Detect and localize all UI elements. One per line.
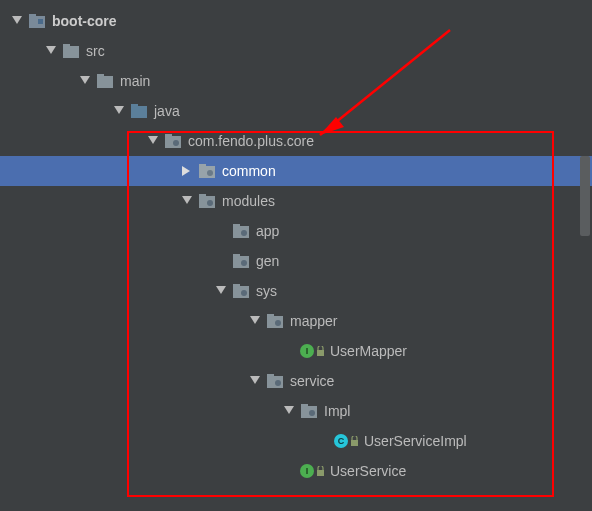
svg-rect-9: [97, 74, 104, 78]
vertical-scrollbar-thumb[interactable]: [580, 156, 590, 236]
svg-marker-0: [12, 16, 22, 24]
svg-rect-48: [351, 440, 358, 446]
tree-row-sys[interactable]: sys: [0, 276, 592, 306]
package-icon: [164, 132, 182, 150]
package-icon: [266, 372, 284, 390]
expand-arrow-icon[interactable]: [78, 74, 92, 88]
tree-label: Impl: [324, 403, 350, 419]
expand-arrow-icon[interactable]: [44, 44, 58, 58]
svg-rect-26: [233, 224, 240, 228]
interface-badge-icon: I: [300, 344, 314, 358]
lock-icon: [316, 466, 326, 476]
tree-row-impl[interactable]: Impl: [0, 396, 592, 426]
svg-marker-17: [182, 166, 190, 176]
svg-rect-46: [301, 404, 308, 408]
package-icon: [232, 282, 250, 300]
tree-row-main[interactable]: main: [0, 66, 592, 96]
class-badge-icon: C: [334, 434, 348, 448]
project-tree: boot-core src main java: [0, 0, 592, 486]
svg-rect-33: [233, 284, 240, 288]
lock-icon: [316, 346, 326, 356]
svg-rect-12: [131, 104, 138, 108]
expand-arrow-icon[interactable]: [146, 134, 160, 148]
expand-arrow-icon[interactable]: [214, 284, 228, 298]
svg-rect-42: [267, 374, 274, 378]
svg-rect-37: [267, 314, 274, 318]
tree-row-src[interactable]: src: [0, 36, 592, 66]
tree-label: com.fendo.plus.core: [188, 133, 314, 149]
tree-row-userservice[interactable]: I UserService: [0, 456, 592, 486]
expand-arrow-icon[interactable]: [112, 104, 126, 118]
tree-row-service[interactable]: service: [0, 366, 592, 396]
svg-marker-35: [250, 316, 260, 324]
svg-marker-31: [216, 286, 226, 294]
tree-row-boot-core[interactable]: boot-core: [0, 6, 592, 36]
svg-rect-49: [317, 470, 324, 476]
expand-arrow-icon[interactable]: [10, 14, 24, 28]
svg-point-24: [207, 200, 213, 206]
tree-row-mapper[interactable]: mapper: [0, 306, 592, 336]
svg-marker-40: [250, 376, 260, 384]
expand-arrow-icon[interactable]: [248, 314, 262, 328]
svg-point-47: [309, 410, 315, 416]
package-icon: [266, 312, 284, 330]
package-icon: [232, 222, 250, 240]
package-icon: [300, 402, 318, 420]
tree-row-package-root[interactable]: com.fendo.plus.core: [0, 126, 592, 156]
svg-marker-4: [46, 46, 56, 54]
svg-point-16: [173, 140, 179, 146]
tree-label: sys: [256, 283, 277, 299]
interface-badge-icon: I: [300, 464, 314, 478]
svg-rect-2: [29, 14, 36, 18]
tree-label: main: [120, 73, 150, 89]
expand-arrow-icon[interactable]: [180, 194, 194, 208]
svg-point-27: [241, 230, 247, 236]
svg-marker-13: [148, 136, 158, 144]
tree-label: service: [290, 373, 334, 389]
svg-point-43: [275, 380, 281, 386]
tree-label: gen: [256, 253, 279, 269]
svg-point-38: [275, 320, 281, 326]
package-icon: [198, 162, 216, 180]
folder-icon: [62, 42, 80, 60]
tree-label: UserService: [330, 463, 406, 479]
tree-label: boot-core: [52, 13, 117, 29]
module-folder-icon: [28, 12, 46, 30]
svg-marker-44: [284, 406, 294, 414]
tree-row-java[interactable]: java: [0, 96, 592, 126]
svg-rect-39: [317, 350, 324, 356]
tree-label: app: [256, 223, 279, 239]
svg-rect-15: [165, 134, 172, 138]
tree-label: java: [154, 103, 180, 119]
svg-rect-23: [199, 194, 206, 198]
svg-point-34: [241, 290, 247, 296]
tree-row-userserviceimpl[interactable]: C UserServiceImpl: [0, 426, 592, 456]
svg-point-20: [207, 170, 213, 176]
source-root-folder-icon: [130, 102, 148, 120]
tree-label: modules: [222, 193, 275, 209]
package-icon: [198, 192, 216, 210]
tree-row-common[interactable]: common: [0, 156, 592, 186]
folder-icon: [96, 72, 114, 90]
svg-rect-19: [199, 164, 206, 168]
expand-arrow-icon[interactable]: [248, 374, 262, 388]
tree-label: mapper: [290, 313, 337, 329]
svg-marker-10: [114, 106, 124, 114]
tree-label: UserServiceImpl: [364, 433, 467, 449]
tree-row-modules[interactable]: modules: [0, 186, 592, 216]
tree-row-usermapper[interactable]: I UserMapper: [0, 336, 592, 366]
svg-rect-29: [233, 254, 240, 258]
collapse-arrow-icon[interactable]: [180, 164, 194, 178]
tree-label: src: [86, 43, 105, 59]
expand-arrow-icon[interactable]: [282, 404, 296, 418]
tree-label: common: [222, 163, 276, 179]
tree-row-app[interactable]: app: [0, 216, 592, 246]
svg-marker-7: [80, 76, 90, 84]
svg-rect-6: [63, 44, 70, 48]
tree-row-gen[interactable]: gen: [0, 246, 592, 276]
svg-point-30: [241, 260, 247, 266]
lock-icon: [350, 436, 360, 446]
svg-marker-21: [182, 196, 192, 204]
svg-rect-3: [38, 19, 43, 24]
tree-label: UserMapper: [330, 343, 407, 359]
